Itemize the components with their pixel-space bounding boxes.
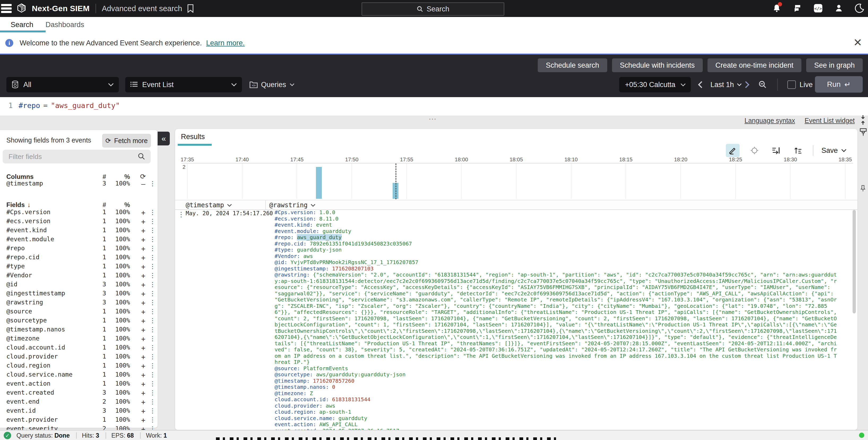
add-field-icon[interactable]: + bbox=[138, 281, 149, 289]
field-row[interactable]: cloud.service.name1100%+⋮ bbox=[0, 371, 158, 380]
fetch-more-button[interactable]: ⟳ Fetch more bbox=[102, 134, 151, 148]
scope-dropdown[interactable]: All bbox=[6, 77, 119, 92]
pin-icon[interactable] bbox=[860, 185, 866, 192]
field-kebab-icon[interactable]: ⋮ bbox=[149, 227, 156, 234]
jump-to-end-icon[interactable] bbox=[769, 144, 783, 157]
field-row[interactable]: @sourcetype1100%+⋮ bbox=[0, 317, 158, 326]
field-kebab-icon[interactable]: ⋮ bbox=[149, 254, 156, 261]
time-range-back-button[interactable] bbox=[697, 81, 703, 89]
crowdstrike-logo-icon[interactable] bbox=[16, 3, 27, 14]
hamburger-menu-icon[interactable] bbox=[1, 4, 12, 13]
field-row[interactable]: event.provider1100%+⋮ bbox=[0, 416, 158, 425]
field-row[interactable]: @ingesttimestamp3100%+⋮ bbox=[0, 290, 158, 299]
add-field-icon[interactable]: + bbox=[138, 263, 149, 271]
field-row[interactable]: #ecs.version1100%+⋮ bbox=[0, 217, 158, 227]
field-row[interactable]: @source1100%+⋮ bbox=[0, 308, 158, 317]
add-field-icon[interactable]: + bbox=[138, 371, 149, 379]
live-toggle[interactable]: Live bbox=[787, 80, 813, 89]
query-editor[interactable]: 1 #repo = "aws_guard_duty" bbox=[0, 97, 868, 116]
tab-search[interactable]: Search bbox=[9, 17, 35, 32]
add-field-icon[interactable]: + bbox=[138, 353, 149, 361]
time-range-dropdown[interactable]: Last 1h bbox=[710, 81, 742, 89]
bookmark-icon[interactable] bbox=[187, 4, 194, 13]
add-field-icon[interactable]: + bbox=[138, 362, 149, 370]
field-kebab-icon[interactable]: ⋮ bbox=[149, 416, 156, 423]
field-kebab-icon[interactable]: ⋮ bbox=[149, 217, 156, 225]
remove-column-icon[interactable]: — bbox=[138, 180, 149, 188]
api-code-icon[interactable]: </> bbox=[812, 2, 824, 14]
field-kebab-icon[interactable]: ⋮ bbox=[149, 380, 156, 387]
field-kebab-icon[interactable]: ⋮ bbox=[149, 407, 156, 414]
field-row[interactable]: #type1100%+⋮ bbox=[0, 263, 158, 272]
field-row[interactable]: @rawstring3100%+⋮ bbox=[0, 299, 158, 308]
add-field-icon[interactable]: + bbox=[138, 290, 149, 298]
field-kebab-icon[interactable]: ⋮ bbox=[149, 180, 156, 187]
field-row[interactable]: #repo.cid1100%+⋮ bbox=[0, 254, 158, 263]
add-field-icon[interactable]: + bbox=[138, 335, 149, 343]
field-row[interactable]: event.action1100%+⋮ bbox=[0, 380, 158, 389]
field-kebab-icon[interactable]: ⋮ bbox=[149, 317, 156, 324]
run-button[interactable]: Run ↵ bbox=[815, 76, 863, 93]
field-kebab-icon[interactable]: ⋮ bbox=[149, 326, 156, 333]
field-row[interactable]: event.id3100%+⋮ bbox=[0, 407, 158, 416]
field-kebab-icon[interactable]: ⋮ bbox=[149, 398, 156, 406]
sort-order-icon[interactable] bbox=[791, 144, 805, 157]
field-kebab-icon[interactable]: ⋮ bbox=[149, 389, 156, 397]
format-brush-icon[interactable] bbox=[859, 128, 867, 137]
field-row[interactable]: cloud.region1100%+⋮ bbox=[0, 362, 158, 371]
field-row[interactable]: #Vendor1100%+⋮ bbox=[0, 272, 158, 281]
banner-close-icon[interactable]: ✕ bbox=[853, 37, 862, 48]
tab-dashboards[interactable]: Dashboards bbox=[44, 17, 86, 32]
add-field-icon[interactable]: + bbox=[138, 389, 149, 397]
add-field-icon[interactable]: + bbox=[138, 272, 149, 280]
field-kebab-icon[interactable]: ⋮ bbox=[149, 299, 156, 306]
add-field-icon[interactable]: + bbox=[138, 380, 149, 388]
event-detail-row[interactable]: ⋮ May. 20, 2024 17:54:17.260 #Cps.versio… bbox=[175, 209, 858, 430]
field-kebab-icon[interactable]: ⋮ bbox=[149, 353, 156, 360]
action-button-create-one-time-incident[interactable]: Create one-time incident bbox=[708, 58, 801, 72]
results-scrollbar[interactable] bbox=[852, 210, 856, 314]
field-kebab-icon[interactable]: ⋮ bbox=[149, 272, 156, 279]
language-syntax-link[interactable]: Language syntax bbox=[745, 117, 795, 124]
sort-arrow-icon[interactable]: ↓ bbox=[27, 201, 31, 208]
add-field-icon[interactable]: + bbox=[138, 344, 149, 352]
field-kebab-icon[interactable]: ⋮ bbox=[149, 362, 156, 370]
global-search-box[interactable]: Search bbox=[362, 2, 504, 16]
field-kebab-icon[interactable]: ⋮ bbox=[149, 281, 156, 288]
event-timeline-chart[interactable]: 2 17:3517:4017:4517:5017:5518:0018:0518:… bbox=[179, 156, 853, 199]
timezone-dropdown[interactable]: +05:30 Calcutta bbox=[619, 77, 691, 92]
crosshair-icon[interactable] bbox=[748, 144, 762, 157]
add-field-icon[interactable]: + bbox=[138, 245, 149, 253]
results-tab[interactable]: Results bbox=[181, 133, 205, 141]
field-row[interactable]: cloud.provider1100%+⋮ bbox=[0, 353, 158, 362]
field-kebab-icon[interactable]: ⋮ bbox=[149, 263, 156, 270]
field-kebab-icon[interactable]: ⋮ bbox=[149, 344, 156, 351]
chart-bar[interactable] bbox=[316, 167, 322, 199]
field-row[interactable]: cloud.account.id1100%+⋮ bbox=[0, 344, 158, 353]
add-field-icon[interactable]: + bbox=[138, 416, 149, 424]
field-row[interactable]: event.end2100%+⋮ bbox=[0, 398, 158, 407]
field-row[interactable]: @timestamp.nanos1100%+⋮ bbox=[0, 326, 158, 335]
time-range-forward-button[interactable] bbox=[744, 81, 750, 89]
dark-mode-moon-icon[interactable] bbox=[854, 2, 865, 14]
panel-resize-handle[interactable]: ⋯ bbox=[425, 116, 441, 121]
sidebar-collapse-button[interactable]: « bbox=[158, 131, 170, 145]
event-list-widget-link[interactable]: Event List widget bbox=[805, 117, 855, 124]
query-line[interactable]: 1 #repo = "aws_guard_duty" bbox=[0, 101, 120, 110]
notifications-bell-icon[interactable] bbox=[771, 2, 782, 14]
field-row[interactable]: #event.module1100%+⋮ bbox=[0, 236, 158, 245]
add-field-icon[interactable]: + bbox=[138, 326, 149, 334]
messages-icon[interactable] bbox=[792, 2, 803, 14]
columns-refresh-icon[interactable]: ⟳ bbox=[140, 173, 146, 181]
zoom-out-time-icon[interactable] bbox=[758, 80, 767, 89]
filter-fields-input[interactable]: Filter fields bbox=[3, 150, 151, 164]
add-field-icon[interactable]: + bbox=[138, 308, 149, 316]
add-field-icon[interactable]: + bbox=[138, 209, 149, 216]
field-kebab-icon[interactable]: ⋮ bbox=[149, 371, 156, 378]
add-field-icon[interactable]: + bbox=[138, 227, 149, 235]
column-row[interactable]: @timestamp3100%—⋮ bbox=[0, 180, 158, 189]
field-row[interactable]: @id3100%+⋮ bbox=[0, 281, 158, 290]
learn-more-link[interactable]: Learn more. bbox=[206, 39, 245, 47]
field-kebab-icon[interactable]: ⋮ bbox=[149, 236, 156, 243]
save-dropdown[interactable]: Save bbox=[821, 146, 847, 155]
